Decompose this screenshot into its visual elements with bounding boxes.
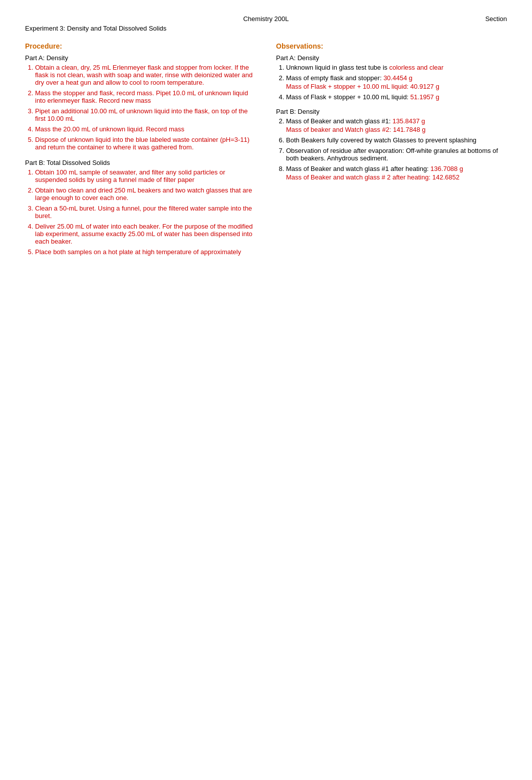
obs-sub-text: Mass of Flask + stopper + 10.00 mL liqui… [286, 83, 507, 90]
obs-item: Mass of Flask + stopper + 10.00 mL liqui… [286, 93, 507, 101]
obs-part-b-list: Mass of Beaker and watch glass #1: 135.8… [286, 117, 507, 133]
obs-part-b-label: Part B: Density [276, 108, 507, 115]
observations-column: Observations: Part A: Density Unknown li… [276, 42, 507, 259]
list-item: Deliver 25.00 mL of water into each beak… [35, 223, 256, 245]
procedure-part-a-label: Part A: Density [25, 54, 256, 62]
obs-value: 51.1957 g [410, 93, 439, 101]
obs-sub-text: Mass of beaker and Watch glass #2: 141.7… [286, 126, 507, 133]
procedure-heading: Procedure: [25, 42, 256, 50]
obs-sub-value: 141.7848 g [393, 126, 425, 133]
observations-heading: Observations: [276, 42, 507, 50]
page-header: Chemistry 200L Section [25, 15, 507, 23]
procedure-part-b-label: Part B: Total Dissolved Solids [25, 159, 256, 166]
obs-part-a-list: Unknown liquid in glass test tube is col… [286, 64, 507, 90]
obs-value: 135.8437 g [392, 117, 425, 125]
obs-value: 30.4454 g [383, 74, 412, 82]
list-item: Place both samples on a hot plate at hig… [35, 248, 256, 256]
list-item: Obtain 100 mL sample of seawater, and fi… [35, 168, 256, 183]
obs-text: Mass of Beaker and watch glass #1 after … [286, 165, 429, 172]
obs-part-a-label: Part A: Density [276, 54, 507, 62]
obs-sub-value: 40.9127 g [410, 83, 439, 90]
obs-sub-label: Mass of Flask + stopper + 10.00 mL liqui… [286, 83, 408, 90]
obs-text: Unknown liquid in glass test tube is [286, 64, 387, 71]
obs-part-a-list-2: Mass of Flask + stopper + 10.00 mL liqui… [286, 93, 507, 101]
obs-sub-label: Mass of beaker and Watch glass #2: [286, 126, 391, 133]
list-item: Obtain two clean and dried 250 mL beaker… [35, 186, 256, 202]
obs-value: colorless and clear [389, 64, 443, 71]
obs-text: Observation of residue after evaporation… [286, 147, 498, 162]
obs-text: Mass of Flask + stopper + 10.00 mL liqui… [286, 93, 408, 101]
obs-item: Both Beakers fully covered by watch Glas… [286, 136, 507, 144]
list-item: Dispose of unknown liquid into the blue … [35, 136, 256, 151]
list-item: Obtain a clean, dry, 25 mL Erlenmeyer fl… [35, 64, 256, 86]
obs-text: Mass of empty flask and stopper: [286, 74, 382, 82]
list-item: Mass the 20.00 mL of unknown liquid. Rec… [35, 125, 256, 133]
procedure-part-b-list: Obtain 100 mL sample of seawater, and fi… [35, 168, 256, 256]
section-label: Section [485, 15, 507, 23]
obs-text: Both Beakers fully covered by watch Glas… [286, 136, 476, 144]
list-item: Pipet an additional 10.00 mL of unknown … [35, 107, 256, 122]
list-item: Clean a 50-mL buret. Using a funnel, pou… [35, 205, 256, 220]
obs-item: Mass of empty flask and stopper: 30.4454… [286, 74, 507, 90]
obs-item: Mass of Beaker and watch glass #1: 135.8… [286, 117, 507, 133]
obs-sub-value: 142.6852 [432, 173, 459, 181]
obs-item: Unknown liquid in glass test tube is col… [286, 64, 507, 71]
obs-text: Mass of Beaker and watch glass #1: [286, 117, 391, 125]
obs-item: Observation of residue after evaporation… [286, 147, 507, 162]
procedure-part-a-list: Obtain a clean, dry, 25 mL Erlenmeyer fl… [35, 64, 256, 151]
course-title: Chemistry 200L [243, 15, 289, 23]
obs-sub-text: Mass of Beaker and watch glass # 2 after… [286, 173, 507, 181]
obs-part-b-list-2: Both Beakers fully covered by watch Glas… [286, 136, 507, 181]
obs-sub-label: Mass of Beaker and watch glass # 2 after… [286, 173, 430, 181]
obs-value: 136.7088 g [430, 165, 463, 172]
procedure-column: Procedure: Part A: Density Obtain a clea… [25, 42, 256, 259]
experiment-title: Experiment 3: Density and Total Dissolve… [25, 25, 507, 32]
list-item: Mass the stopper and flask, record mass.… [35, 89, 256, 104]
obs-item: Mass of Beaker and watch glass #1 after … [286, 165, 507, 181]
